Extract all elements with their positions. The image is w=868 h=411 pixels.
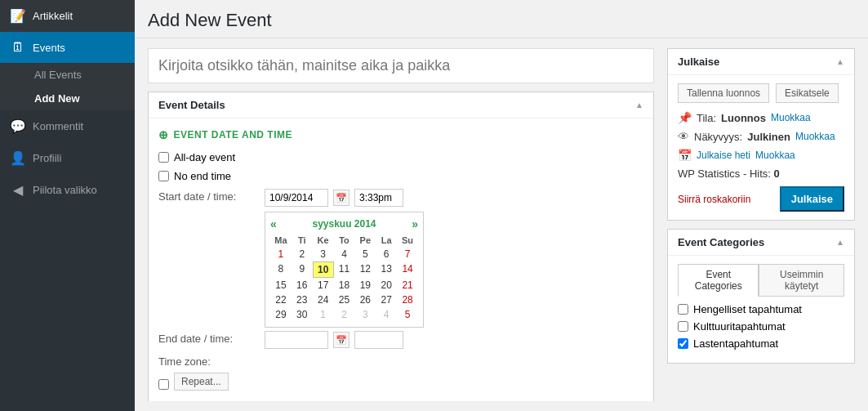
calendar-day[interactable]: 12 <box>354 261 376 278</box>
timezone-row: Time zone: <box>158 354 643 368</box>
calendar-day[interactable]: 18 <box>334 278 355 293</box>
categories-title: Event Categories <box>678 236 764 248</box>
publish-button[interactable]: Julkaise <box>780 186 844 212</box>
next-month-button[interactable]: » <box>412 217 418 230</box>
calendar-day[interactable]: 2 <box>292 247 313 261</box>
calendar-day[interactable]: 27 <box>376 293 397 307</box>
trash-link[interactable]: Siirrä roskakoriin <box>678 194 750 205</box>
start-date-row: Start date / time: 📅 <box>158 189 643 207</box>
calendar-day[interactable]: 15 <box>270 278 292 293</box>
calendar-day[interactable]: 1 <box>270 247 292 261</box>
preview-button[interactable]: Esikatsele <box>776 83 839 103</box>
publish-date-edit-link[interactable]: Muokkaa <box>755 150 795 161</box>
sidebar-item-profiili[interactable]: 👤 Profiili <box>0 142 135 174</box>
calendar-day[interactable]: 23 <box>292 293 313 307</box>
calendar-day[interactable]: 10 <box>313 261 334 278</box>
category-checkbox[interactable] <box>678 321 688 332</box>
sidebar-item-label: Events <box>33 42 65 54</box>
calendar-day[interactable]: 3 <box>354 307 376 322</box>
content-area: Event Details ▲ ⊕ EVENT DATE AND TIME Al… <box>135 38 868 411</box>
calendar-day[interactable]: 16 <box>292 278 313 293</box>
calendar-day[interactable]: 8 <box>270 261 292 278</box>
calendar-day[interactable]: 6 <box>376 247 397 261</box>
categories-toggle-icon[interactable]: ▲ <box>836 238 844 247</box>
visibility-icon: 👁 <box>678 130 689 143</box>
publish-title: Julkaise <box>678 56 719 68</box>
repeat-button[interactable]: Repeat... <box>174 373 229 391</box>
calendar-pub-icon: 📅 <box>678 149 692 162</box>
day-header: Ti <box>292 234 313 247</box>
no-end-time-checkbox[interactable] <box>158 171 169 181</box>
calendar-day[interactable]: 4 <box>334 247 355 261</box>
all-day-checkbox[interactable] <box>158 152 169 163</box>
prev-month-button[interactable]: « <box>270 217 277 230</box>
publish-date-link[interactable]: Julkaise heti <box>697 150 750 161</box>
start-date-input[interactable] <box>265 189 328 207</box>
category-checkbox[interactable] <box>678 338 688 349</box>
tab-useimmin[interactable]: Useimmin käytetyt <box>759 264 844 297</box>
calendar-day[interactable]: 4 <box>376 307 397 322</box>
clock-icon: ⊕ <box>158 128 169 141</box>
calendar-day[interactable]: 28 <box>397 293 418 307</box>
sidebar-item-piilota[interactable]: ◀ Piilota valikko <box>0 174 135 206</box>
artikkelit-icon: 📝 <box>10 8 26 24</box>
day-header: To <box>334 234 355 247</box>
end-calendar-icon[interactable]: 📅 <box>333 332 349 348</box>
calendar-day[interactable]: 20 <box>376 278 397 293</box>
tab-event-categories[interactable]: Event Categories <box>678 264 759 297</box>
timezone-label: Time zone: <box>158 354 265 368</box>
calendar-day[interactable]: 22 <box>270 293 292 307</box>
visibility-edit-link[interactable]: Muokkaa <box>795 131 835 142</box>
status-edit-link[interactable]: Muokkaa <box>771 112 811 123</box>
end-time-input[interactable] <box>354 331 403 349</box>
category-checkbox[interactable] <box>678 304 688 315</box>
calendar-day[interactable]: 7 <box>397 247 418 261</box>
event-title-input[interactable] <box>148 48 654 83</box>
calendar-day[interactable]: 17 <box>313 278 334 293</box>
sidebar-item-label: Profiili <box>33 152 61 164</box>
calendar-day[interactable]: 11 <box>334 261 355 278</box>
calendar-day[interactable]: 30 <box>292 307 313 322</box>
publish-date-row: 📅 Julkaise heti Muokkaa <box>678 149 844 162</box>
calendar-day[interactable]: 19 <box>354 278 376 293</box>
calendar-day[interactable]: 14 <box>397 261 418 278</box>
end-label: End date / time: <box>158 331 265 345</box>
day-header: Ma <box>270 234 292 247</box>
calendar-day[interactable]: 5 <box>354 247 376 261</box>
day-header: Ke <box>313 234 334 247</box>
sidebar-add-new[interactable]: Add New <box>0 87 135 110</box>
sidebar-item-label: Artikkelit <box>33 10 73 22</box>
calendar-day[interactable]: 21 <box>397 278 418 293</box>
calendar-popup: « syyskuu 2014 » MaTiKeToPeLaSu123456789… <box>265 212 424 328</box>
toggle-icon[interactable]: ▲ <box>635 101 643 109</box>
day-header: Pe <box>354 234 376 247</box>
no-end-time-label: No end time <box>174 170 231 182</box>
calendar-day[interactable]: 25 <box>334 293 355 307</box>
calendar-day[interactable]: 24 <box>313 293 334 307</box>
repeat-checkbox[interactable] <box>158 379 169 390</box>
sidebar-item-kommentit[interactable]: 💬 Kommentit <box>0 110 135 142</box>
start-time-input[interactable] <box>354 189 403 207</box>
sidebar-item-artikkelit[interactable]: 📝 Artikkelit <box>0 0 135 32</box>
end-date-input[interactable] <box>265 331 328 349</box>
calendar-day[interactable]: 29 <box>270 307 292 322</box>
visibility-value: Julkinen <box>747 131 790 143</box>
left-column: Event Details ▲ ⊕ EVENT DATE AND TIME Al… <box>148 48 654 401</box>
publish-toggle-icon[interactable]: ▲ <box>836 57 844 66</box>
calendar-day[interactable]: 2 <box>334 307 355 322</box>
stats-label: WP Statistics - Hits: <box>678 168 771 180</box>
events-icon: 🗓 <box>10 40 26 55</box>
calendar-icon[interactable]: 📅 <box>333 190 349 206</box>
sidebar-all-events[interactable]: All Events <box>0 63 135 87</box>
calendar-day[interactable]: 5 <box>397 307 418 322</box>
calendar-day[interactable]: 13 <box>376 261 397 278</box>
calendar-day[interactable]: 3 <box>313 247 334 261</box>
calendar-day[interactable]: 9 <box>292 261 313 278</box>
status-row: 📌 Tila: Luonnos Muokkaa <box>678 111 844 124</box>
calendar-day[interactable]: 26 <box>354 293 376 307</box>
save-draft-button[interactable]: Tallenna luonnos <box>678 83 769 103</box>
category-label: Kulttuuritapahtumat <box>693 320 786 333</box>
sidebar-item-events[interactable]: 🗓 Events <box>0 32 135 63</box>
calendar-day[interactable]: 1 <box>313 307 334 322</box>
sidebar-item-label: Kommentit <box>33 120 83 132</box>
